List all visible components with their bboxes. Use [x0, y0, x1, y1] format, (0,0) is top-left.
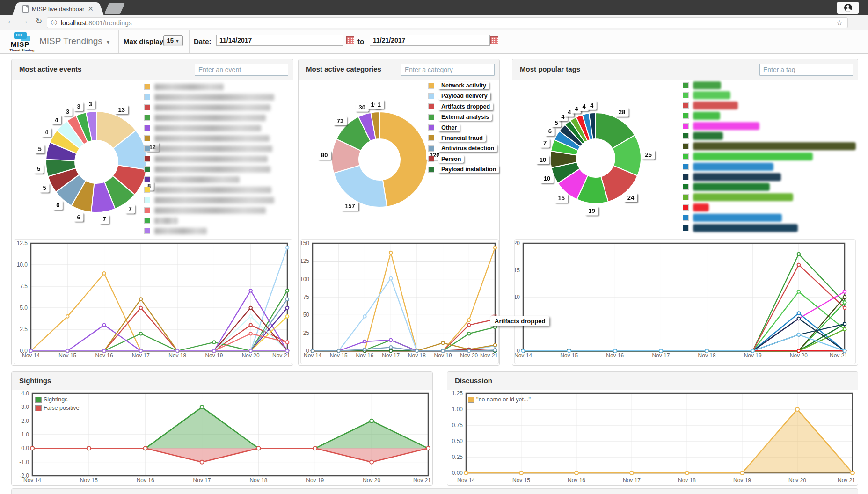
data-point[interactable] — [286, 298, 289, 301]
tags-donut-chart[interactable]: 2825241915101076544444 — [522, 80, 671, 240]
data-point[interactable] — [416, 349, 419, 353]
new-tab-button[interactable] — [104, 3, 125, 14]
data-point[interactable] — [102, 324, 106, 327]
data-point[interactable] — [286, 349, 289, 353]
data-point[interactable] — [613, 349, 617, 353]
tag-legend-item[interactable] — [683, 203, 856, 212]
event-legend-item[interactable] — [144, 187, 274, 193]
data-point[interactable] — [467, 349, 471, 353]
tag-legend-item[interactable] — [683, 173, 856, 181]
data-point[interactable] — [286, 315, 289, 318]
data-point[interactable] — [467, 332, 471, 335]
category-legend-item[interactable]: Artifacts dropped — [428, 103, 499, 110]
data-point[interactable] — [286, 289, 289, 292]
data-point[interactable] — [311, 349, 314, 353]
data-point[interactable] — [426, 446, 430, 450]
tag-legend-item[interactable] — [683, 132, 856, 140]
data-point[interactable] — [363, 340, 366, 343]
data-point[interactable] — [389, 349, 393, 353]
category-legend-item[interactable]: Financial fraud — [428, 135, 499, 141]
tags-line-chart[interactable]: 20151050Nov 14Nov 15Nov 16Nov 17Nov 18No… — [515, 240, 854, 363]
category-search-input[interactable] — [401, 64, 495, 76]
data-point[interactable] — [389, 251, 393, 254]
event-legend-item[interactable] — [144, 156, 274, 162]
event-legend-item[interactable] — [144, 125, 274, 131]
calendar-icon[interactable] — [490, 36, 498, 44]
data-point[interactable] — [66, 349, 69, 353]
data-point[interactable] — [102, 272, 106, 275]
data-point[interactable] — [494, 343, 497, 347]
tag-legend-item[interactable] — [683, 153, 856, 161]
data-point[interactable] — [630, 471, 634, 475]
data-point[interactable] — [751, 349, 754, 353]
tag-legend-item[interactable] — [683, 81, 856, 89]
tag-legend-item[interactable] — [683, 224, 856, 232]
category-legend-item[interactable]: Network activity — [428, 82, 499, 89]
event-legend-item[interactable] — [144, 197, 274, 203]
browser-tab[interactable]: MISP live dashboar ✕ — [19, 2, 97, 15]
data-point[interactable] — [494, 349, 497, 352]
category-legend-item[interactable]: Person — [428, 156, 499, 162]
data-point[interactable] — [212, 341, 216, 344]
data-point[interactable] — [740, 471, 744, 475]
tag-legend-item[interactable] — [683, 142, 856, 151]
data-point[interactable] — [522, 349, 525, 353]
data-point[interactable] — [659, 349, 663, 353]
event-legend-item[interactable] — [144, 166, 274, 172]
calendar-icon[interactable] — [346, 36, 354, 44]
event-legend-item[interactable] — [144, 94, 274, 100]
data-point[interactable] — [441, 349, 445, 353]
info-icon[interactable]: ⓘ — [51, 19, 57, 27]
data-point[interactable] — [212, 349, 216, 353]
data-point[interactable] — [87, 446, 91, 450]
data-point[interactable] — [66, 315, 69, 318]
event-legend-item[interactable] — [144, 115, 274, 121]
event-legend-item[interactable] — [144, 207, 274, 213]
date-to-input[interactable] — [370, 35, 490, 46]
data-point[interactable] — [139, 298, 143, 301]
categories-line-chart[interactable]: 1501251007550250Nov 14Nov 15Nov 16Nov 17… — [301, 240, 497, 363]
data-point[interactable] — [797, 290, 801, 293]
data-point[interactable] — [851, 471, 854, 475]
data-point[interactable] — [256, 446, 260, 450]
data-point[interactable] — [286, 306, 289, 310]
event-legend-item[interactable] — [144, 135, 274, 141]
app-title-dropdown[interactable]: MISP Trendings ▾ — [39, 36, 109, 46]
data-point[interactable] — [441, 341, 445, 345]
donut-slice[interactable] — [334, 166, 387, 207]
event-legend-item[interactable] — [144, 104, 274, 110]
data-point[interactable] — [797, 349, 801, 353]
data-point[interactable] — [843, 322, 846, 326]
data-point[interactable] — [797, 263, 801, 267]
category-legend-item[interactable]: External analysis — [428, 114, 499, 120]
data-point[interactable] — [797, 333, 801, 336]
data-point[interactable] — [200, 460, 204, 464]
data-point[interactable] — [286, 246, 289, 249]
tag-search-input[interactable] — [759, 64, 853, 76]
data-point[interactable] — [370, 460, 373, 464]
data-point[interactable] — [467, 319, 471, 322]
event-legend-item[interactable] — [144, 228, 274, 234]
data-point[interactable] — [139, 349, 143, 353]
donut-slice[interactable] — [379, 112, 427, 207]
data-point[interactable] — [139, 306, 143, 310]
tag-legend-item[interactable] — [683, 162, 856, 171]
reload-button[interactable]: ↻ — [33, 16, 45, 26]
data-point[interactable] — [363, 348, 366, 351]
data-point[interactable] — [575, 471, 578, 475]
date-from-input[interactable] — [216, 35, 343, 46]
data-point[interactable] — [144, 446, 147, 450]
event-legend-item[interactable] — [144, 176, 274, 182]
data-point[interactable] — [797, 312, 801, 315]
data-point[interactable] — [797, 317, 801, 320]
data-point[interactable] — [843, 290, 846, 293]
tab-close-icon[interactable]: ✕ — [88, 5, 94, 13]
data-point[interactable] — [843, 296, 846, 299]
data-point[interactable] — [705, 349, 708, 353]
tag-legend-item[interactable] — [683, 122, 856, 130]
data-point[interactable] — [249, 289, 252, 292]
data-point[interactable] — [843, 328, 846, 331]
data-point[interactable] — [467, 324, 471, 327]
data-point[interactable] — [843, 301, 846, 304]
data-point[interactable] — [249, 306, 252, 310]
